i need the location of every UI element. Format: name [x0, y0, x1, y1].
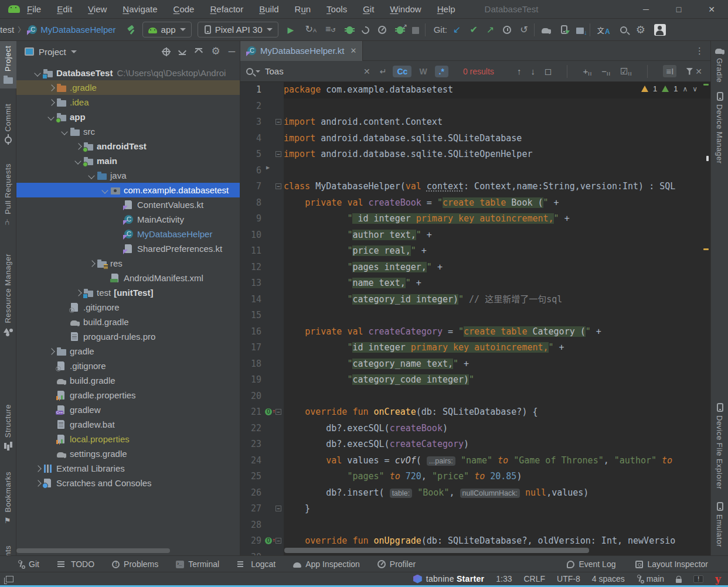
line-number[interactable]: 20 [240, 388, 261, 405]
prev-problem-icon[interactable]: ∧ [682, 85, 688, 93]
gradle-sync-icon[interactable] [542, 27, 551, 34]
chevron-right-icon[interactable] [46, 98, 57, 107]
git-branch-widget[interactable]: main [637, 574, 664, 583]
tree-item-build-gradle[interactable]: build.gradle [16, 315, 240, 329]
tree-item-proguard-rules-pro[interactable]: proguard-rules.pro [16, 329, 240, 344]
hide-panel-icon[interactable]: ─ [229, 47, 235, 56]
inspections-widget[interactable]: 1 1 ∧ ∨ [641, 84, 698, 93]
line-number[interactable]: 21 [240, 404, 261, 421]
toolwindow-app-inspection[interactable]: App Inspection [293, 559, 360, 569]
breadcrumb-project[interactable]: test [0, 25, 14, 35]
run-config-dropdown[interactable]: app [142, 22, 192, 37]
chevron-down-icon[interactable] [87, 171, 97, 180]
menu-navigate[interactable]: Navigate [123, 4, 157, 14]
menu-file[interactable]: File [27, 4, 41, 14]
find-input[interactable]: Toas [265, 66, 359, 76]
file-encoding[interactable]: UTF-8 [557, 574, 580, 583]
prev-occurrence-icon[interactable]: ↑ [517, 66, 522, 76]
filter-funnel-icon[interactable] [686, 68, 693, 75]
tree-item-gradle[interactable]: gradle [16, 344, 240, 359]
sidebar-item-commit[interactable]: Commit [0, 99, 16, 148]
translate-icon[interactable] [597, 25, 611, 35]
debug-button[interactable] [346, 26, 353, 34]
clear-search-icon[interactable]: ✕ [363, 67, 370, 76]
chevron-right-icon[interactable] [33, 464, 43, 473]
maximize-button[interactable]: □ [662, 0, 695, 18]
chevron-right-icon[interactable] [46, 347, 57, 356]
newline-icon[interactable]: ↵ [380, 67, 387, 76]
device-manager-icon[interactable] [561, 25, 567, 34]
editor-tab[interactable]: MyDatabaseHelper.kt ✕ [240, 41, 363, 61]
minimize-button[interactable]: ─ [630, 0, 662, 18]
tree-item-settings-gradle[interactable]: settings.gradle [16, 446, 240, 461]
line-number[interactable]: 5 [240, 146, 261, 163]
tree-item-gradle[interactable]: .gradle [16, 80, 240, 95]
line-number[interactable]: 9 [240, 211, 261, 227]
avatar[interactable] [654, 24, 666, 36]
indent-setting[interactable]: 4 spaces [592, 574, 625, 583]
run-coverage-icon[interactable]: ≡↺ [325, 25, 336, 35]
sidebar-item-project[interactable]: Project [0, 41, 16, 88]
line-number[interactable]: 24 [240, 453, 261, 469]
next-occurrence-icon[interactable]: ↓ [530, 66, 535, 76]
sidebar-item-gradle[interactable]: Gradle [712, 41, 728, 87]
select-occurrences-icon[interactable]: ☑II [620, 66, 632, 77]
line-number[interactable]: 11 [240, 243, 261, 260]
override-method-icon[interactable]: O [265, 537, 272, 544]
search-options-icon[interactable]: ≡I [663, 65, 676, 77]
toolwindow-profiler[interactable]: Profiler [377, 559, 416, 569]
sidebar-item-emulator[interactable]: Emulator [712, 497, 728, 552]
tree-item-mainactivity[interactable]: MainActivity [16, 212, 240, 227]
line-number[interactable]: 25 [240, 469, 261, 485]
line-number[interactable]: 12 [240, 260, 261, 276]
line-number[interactable]: 1 [240, 82, 261, 98]
attach-debugger-icon[interactable] [360, 25, 370, 35]
build-hammer-icon[interactable] [127, 25, 137, 35]
apply-changes-icon[interactable] [397, 26, 403, 34]
project-hscrollbar[interactable] [16, 548, 170, 553]
toolwindow-git[interactable]: Git [18, 559, 39, 569]
line-number[interactable]: 10 [240, 227, 261, 244]
tree-item-gradlew-bat[interactable]: gradlew.bat [16, 417, 240, 432]
restore-windows-icon[interactable] [6, 576, 13, 582]
tree-item-src[interactable]: src [16, 124, 240, 139]
tree-item-java[interactable]: java [16, 168, 240, 183]
sidebar-item-resource-manager[interactable]: Resource Manager [0, 249, 16, 341]
line-number[interactable]: 13 [240, 275, 261, 292]
search-everywhere-icon[interactable] [620, 26, 627, 33]
editor-hscrollbar[interactable] [284, 548, 589, 553]
menu-run[interactable]: Run [295, 4, 311, 14]
tabnine-widget[interactable]: tabnine Starter [413, 574, 484, 583]
tree-item-sharedpreferences-kt[interactable]: SharedPreferences.kt [16, 241, 240, 256]
line-number[interactable]: 30 [240, 550, 261, 556]
fold-end-icon[interactable]: − [275, 506, 281, 511]
close-tab-icon[interactable]: ✕ [350, 46, 356, 55]
line-number[interactable]: 3 [240, 114, 261, 131]
tree-item-androidmanifest-xml[interactable]: AndroidManifest.xml [16, 271, 240, 285]
history-icon[interactable] [503, 26, 511, 34]
rollback-icon[interactable]: ↺ [520, 25, 528, 35]
toolwindow-problems[interactable]: Problems [112, 559, 158, 569]
tree-item-contentvalues-kt[interactable]: ContentValues.kt [16, 197, 240, 212]
menu-help[interactable]: Help [437, 4, 455, 14]
fold-marker-icon[interactable]: − [275, 183, 281, 189]
line-number[interactable]: 2 [240, 98, 261, 115]
select-all-occurrences-icon[interactable]: ◻ [545, 66, 552, 77]
restart-activity-icon[interactable]: ↻A [305, 25, 317, 35]
sidebar-item-bookmarks[interactable]: Bookmarks [0, 467, 16, 530]
toolwindow-todo[interactable]: TODO [57, 559, 94, 569]
tree-item-androidtest[interactable]: androidTest [16, 139, 240, 153]
code-editor[interactable]: 1package com.example.databasetest23−impo… [240, 82, 710, 555]
tree-item-databasetest[interactable]: DatabaseTestC:\Users\qq\Desktop\Androi [16, 66, 240, 80]
sidebar-item-structure[interactable]: Structure [0, 400, 16, 455]
breadcrumb-file[interactable]: MyDatabaseHelper [40, 25, 115, 35]
tree-item-test[interactable]: test[unitTest] [16, 285, 240, 300]
line-number[interactable]: 15 [240, 308, 261, 324]
sidebar-item-device-file-explorer[interactable]: Device File Explorer [712, 398, 728, 494]
line-number[interactable]: 26 [240, 485, 261, 501]
chevron-down-icon[interactable] [60, 127, 70, 136]
tree-item-scratches-and-consoles[interactable]: Scratches and Consoles [16, 476, 240, 490]
notification-icon[interactable]: ! [693, 575, 703, 583]
chevron-down-icon[interactable] [71, 50, 77, 53]
device-dropdown[interactable]: Pixel API 30 [198, 22, 278, 37]
